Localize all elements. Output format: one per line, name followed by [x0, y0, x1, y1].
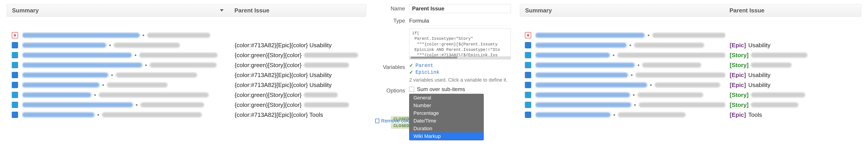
table-row[interactable]: •[Story] — [520, 100, 861, 110]
variables-label: Variables — [375, 63, 409, 70]
summary-cell: • — [22, 42, 230, 49]
table-row[interactable]: •{color:green}[Story]{color} — [7, 90, 366, 100]
subtask-icon — [525, 52, 531, 58]
subtask-icon — [12, 92, 18, 98]
table-row[interactable]: •{color:#713A82}[Epic]{color} Usability — [7, 80, 366, 90]
table-row[interactable]: •[Epic] Usability — [520, 40, 861, 50]
issue-icon — [12, 42, 18, 49]
formula-editor-pane: Name Type Formula Variables ✓Parent✓Epic… — [373, 0, 513, 160]
options-label: Options — [375, 86, 409, 94]
summary-cell: • — [535, 52, 725, 59]
right-table-pane: Summary Parent Issue ★••[Epic] Usability… — [513, 0, 868, 160]
left-rows: ★••{color:#713A82}[Epic]{color} Usabilit… — [7, 30, 366, 120]
parent-cell: [Epic] Usability — [730, 82, 856, 89]
summary-cell: • — [535, 92, 725, 99]
parent-cell: [Epic] Tools — [730, 111, 856, 119]
format-option-date-time[interactable]: Date/Time — [409, 117, 484, 125]
summary-cell: • — [22, 52, 230, 59]
remove-column-link[interactable]: Remove colu — [375, 118, 410, 124]
format-option-number[interactable]: Number — [409, 102, 484, 109]
summary-cell: • — [22, 62, 230, 69]
format-option-percentage[interactable]: Percentage — [409, 109, 484, 117]
col-parent-header[interactable]: Parent Issue — [235, 7, 361, 14]
favorite-icon: ★ — [525, 32, 531, 38]
table-row[interactable]: •{color:#713A82}[Epic]{color} Tools — [7, 110, 366, 120]
variable-epiclink[interactable]: ✓EpicLink — [409, 69, 511, 75]
format-option-duration[interactable]: Duration — [409, 125, 484, 132]
summary-cell: • — [22, 32, 230, 39]
table-row[interactable]: •{color:#713A82}[Epic]{color} Usability — [7, 70, 366, 80]
table-row[interactable]: •[Story] — [520, 60, 861, 70]
parent-cell: {color:#713A82}[Epic]{color} Usability — [235, 82, 361, 89]
parent-cell: {color:green}[Story]{color} — [235, 92, 361, 99]
table-row[interactable]: •[Epic] Tools — [520, 110, 861, 120]
subtask-icon — [525, 102, 531, 108]
subtask-icon — [12, 102, 18, 108]
parent-cell: [Story] — [730, 92, 856, 99]
sum-label: Sum over sub-items — [417, 86, 465, 92]
parent-cell: {color:green}[Story]{color} — [235, 52, 361, 59]
parent-cell: {color:#713A82}[Epic]{color} Usability — [235, 42, 361, 49]
summary-cell: • — [22, 101, 230, 108]
table-row[interactable]: •{color:green}[Story]{color} — [7, 100, 366, 110]
issue-icon — [525, 82, 531, 88]
table-row[interactable]: •[Epic] Usability — [520, 80, 861, 90]
issue-icon — [12, 111, 18, 118]
parent-cell: [Story] — [730, 101, 856, 108]
format-option-wiki-markup[interactable]: Wiki Markup — [409, 132, 484, 140]
right-rows: ★••[Epic] Usability•[Story]•[Story]•[Epi… — [520, 30, 861, 120]
left-table-pane: Summary Parent Issue ★••{color:#713A82}[… — [0, 0, 373, 160]
parent-cell: {color:#713A82}[Epic]{color} Usability — [235, 72, 361, 78]
summary-cell: • — [22, 92, 230, 99]
format-option-general[interactable]: General — [409, 94, 484, 102]
parent-cell: {color:green}[Story]{color} — [235, 101, 361, 108]
parent-cell: [Epic] Usability — [730, 72, 856, 78]
chevron-down-icon[interactable] — [220, 9, 223, 11]
table-row[interactable]: ★• — [520, 30, 861, 40]
summary-cell: • — [22, 72, 230, 78]
table-row[interactable]: •{color:#713A82}[Epic]{color} Usability — [7, 40, 366, 50]
subtask-icon — [525, 92, 531, 98]
col-parent-header[interactable]: Parent Issue — [730, 7, 856, 14]
table-header: Summary Parent Issue — [520, 4, 861, 17]
parent-cell: [Story] — [730, 62, 856, 69]
name-input[interactable] — [409, 4, 511, 13]
table-row[interactable]: •{color:green}[Story]{color} — [7, 60, 366, 70]
summary-cell: • — [535, 42, 725, 49]
subtask-icon — [525, 62, 531, 68]
variables-hint: 2 variables used. Click a variable to de… — [409, 77, 511, 83]
summary-cell: • — [535, 101, 725, 108]
parent-cell: [Story] — [730, 52, 856, 59]
check-icon: ✓ — [409, 69, 413, 75]
type-value[interactable]: Formula — [409, 16, 511, 25]
check-icon: ✓ — [409, 63, 413, 68]
summary-cell: • — [535, 32, 725, 39]
issue-icon — [525, 42, 531, 49]
summary-cell: • — [535, 72, 725, 78]
parent-cell: {color:green}[Story]{color} — [235, 62, 361, 69]
table-row[interactable]: •[Story] — [520, 50, 861, 60]
col-summary-header[interactable]: Summary — [12, 7, 216, 14]
code-horizontal-scrollbar[interactable] — [409, 56, 511, 59]
table-row[interactable]: •[Epic] Usability — [520, 70, 861, 80]
parent-cell: [Epic] Usability — [730, 42, 856, 49]
subtask-icon — [12, 62, 18, 68]
variable-parent[interactable]: ✓Parent — [409, 63, 511, 68]
formula-code[interactable] — [409, 29, 511, 58]
subtask-icon — [12, 52, 18, 58]
col-summary-header[interactable]: Summary — [525, 7, 725, 14]
table-row[interactable]: ★• — [7, 30, 366, 40]
name-label: Name — [375, 4, 409, 12]
table-row[interactable]: •[Story] — [520, 90, 861, 100]
issue-icon — [12, 82, 18, 88]
type-label: Type — [375, 16, 409, 24]
sum-checkbox[interactable] — [409, 87, 414, 92]
summary-cell: • — [535, 111, 725, 119]
favorite-icon: ★ — [12, 32, 18, 38]
trash-icon — [375, 119, 379, 123]
parent-cell: {color:#713A82}[Epic]{color} Tools — [235, 111, 361, 119]
table-row[interactable]: •{color:green}[Story]{color} — [7, 50, 366, 60]
table-header: Summary Parent Issue — [7, 4, 366, 17]
issue-icon — [525, 111, 531, 118]
summary-cell: • — [535, 62, 725, 69]
